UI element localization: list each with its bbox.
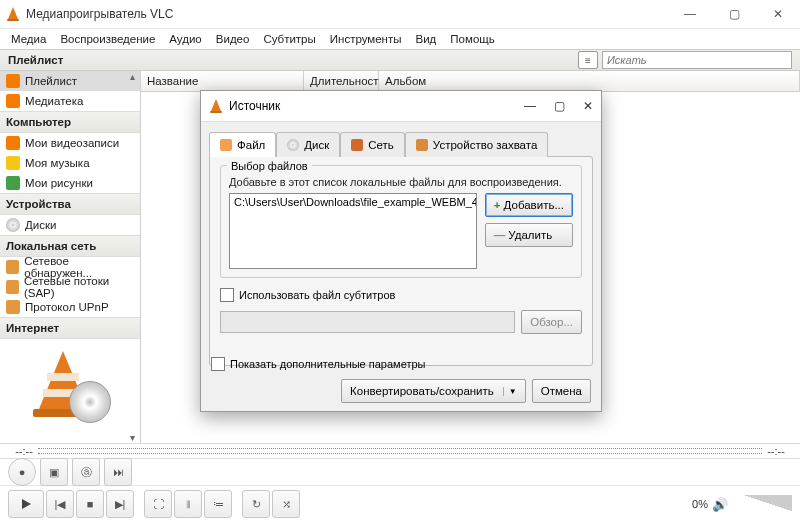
dialog-title: Источник bbox=[229, 99, 280, 113]
playlist-title: Плейлист bbox=[8, 54, 63, 66]
file-group-title: Выбор файлов bbox=[227, 160, 312, 172]
close-button[interactable]: ✕ bbox=[756, 0, 800, 28]
minus-icon: — bbox=[494, 229, 506, 241]
network-icon bbox=[6, 280, 19, 294]
network-icon bbox=[351, 139, 363, 151]
view-toggle-button[interactable]: ≡ bbox=[578, 51, 598, 69]
col-title[interactable]: Название bbox=[141, 71, 304, 91]
prev-button[interactable]: |◀ bbox=[46, 490, 74, 518]
video-icon bbox=[6, 136, 20, 150]
disc-icon bbox=[287, 139, 299, 151]
sidebar-item-sap[interactable]: Сетевые потоки (SAP) bbox=[0, 277, 140, 297]
subtitles-checkbox-row[interactable]: Использовать файл субтитров bbox=[220, 288, 582, 302]
file-icon bbox=[220, 139, 232, 151]
frame-step-button[interactable]: ⏭ bbox=[104, 458, 132, 486]
sidebar-item-my-pictures[interactable]: Мои рисунки bbox=[0, 173, 140, 193]
cancel-button[interactable]: Отмена bbox=[532, 379, 591, 403]
more-options-row[interactable]: Показать дополнительные параметры bbox=[211, 357, 591, 371]
menubar: Медиа Воспроизведение Аудио Видео Субтит… bbox=[0, 29, 800, 49]
sidebar-header-computer: Компьютер bbox=[0, 111, 140, 133]
loop-button[interactable]: ↻ bbox=[242, 490, 270, 518]
mute-icon[interactable]: 🔊 bbox=[712, 497, 728, 512]
tab-file[interactable]: Файл bbox=[209, 132, 276, 157]
more-options-label: Показать дополнительные параметры bbox=[230, 358, 425, 370]
subtitles-checkbox[interactable] bbox=[220, 288, 234, 302]
sidebar-item-network-discovery[interactable]: Сетевое обнаружен... bbox=[0, 257, 140, 277]
vlc-icon bbox=[6, 7, 20, 21]
sidebar-header-internet: Интернет bbox=[0, 317, 140, 339]
sidebar-item-media-library[interactable]: Медиатека bbox=[0, 91, 140, 111]
file-hint: Добавьте в этот список локальные файлы д… bbox=[229, 176, 573, 188]
capture-icon bbox=[416, 139, 428, 151]
dialog-close-button[interactable]: ✕ bbox=[583, 99, 593, 113]
browse-subtitle-button: Обзор... bbox=[521, 310, 582, 334]
menu-playback[interactable]: Воспроизведение bbox=[53, 31, 162, 47]
sidebar-item-my-music[interactable]: Моя музыка bbox=[0, 153, 140, 173]
library-icon bbox=[6, 94, 20, 108]
svg-marker-0 bbox=[22, 499, 31, 509]
convert-save-button[interactable]: Конвертировать/сохранить▼ bbox=[341, 379, 526, 403]
tab-network[interactable]: Сеть bbox=[340, 132, 405, 157]
record-button[interactable]: ● bbox=[8, 458, 36, 486]
playback-controls: |◀ ■ ▶| ⛶ ⫴ ≔ ↻ ⤮ 0% 🔊 bbox=[0, 486, 800, 522]
pictures-icon bbox=[6, 176, 20, 190]
play-button[interactable] bbox=[8, 490, 44, 518]
col-duration[interactable]: Длительность bbox=[304, 71, 379, 91]
sidebar: Плейлист Медиатека Компьютер Мои видеоза… bbox=[0, 71, 141, 443]
fullscreen-button[interactable]: ⛶ bbox=[144, 490, 172, 518]
next-button[interactable]: ▶| bbox=[106, 490, 134, 518]
minimize-button[interactable]: — bbox=[668, 0, 712, 28]
time-elapsed: --:-- bbox=[10, 445, 38, 457]
volume-label: 0% bbox=[692, 498, 708, 510]
playlist-toggle-button[interactable]: ≔ bbox=[204, 490, 232, 518]
window-title: Медиапроигрыватель VLC bbox=[26, 7, 173, 21]
seek-bar[interactable]: --:-- --:-- bbox=[0, 443, 800, 459]
sidebar-item-upnp[interactable]: Протокол UPnP bbox=[0, 297, 140, 317]
more-options-checkbox[interactable] bbox=[211, 357, 225, 371]
dialog-minimize-button[interactable]: — bbox=[524, 99, 536, 113]
snapshot-button[interactable]: ▣ bbox=[40, 458, 68, 486]
media-toolbar: ● ▣ ⓐ ⏭ bbox=[0, 459, 800, 486]
loop-ab-button[interactable]: ⓐ bbox=[72, 458, 100, 486]
menu-subtitles[interactable]: Субтитры bbox=[256, 31, 322, 47]
file-listbox[interactable]: C:\Users\User\Downloads\file_example_WEB… bbox=[229, 193, 477, 269]
menu-video[interactable]: Видео bbox=[209, 31, 257, 47]
subtitle-path-input bbox=[220, 311, 515, 333]
music-icon bbox=[6, 156, 20, 170]
list-header: Название Длительность Альбом bbox=[141, 71, 800, 92]
sidebar-item-discs[interactable]: Диски bbox=[0, 215, 140, 235]
dialog-maximize-button[interactable]: ▢ bbox=[554, 99, 565, 113]
sidebar-scrollbar[interactable]: ▴▾ bbox=[124, 71, 140, 443]
tab-page-file: Выбор файлов Добавьте в этот список лока… bbox=[209, 156, 593, 366]
sidebar-header-local-network: Локальная сеть bbox=[0, 235, 140, 257]
shuffle-button[interactable]: ⤮ bbox=[272, 490, 300, 518]
playlist-icon bbox=[6, 74, 20, 88]
volume-slider[interactable] bbox=[730, 493, 792, 515]
titlebar: Медиапроигрыватель VLC — ▢ ✕ bbox=[0, 0, 800, 29]
menu-audio[interactable]: Аудио bbox=[162, 31, 208, 47]
network-icon bbox=[6, 300, 20, 314]
sidebar-item-playlist[interactable]: Плейлист bbox=[0, 71, 140, 91]
file-list-item[interactable]: C:\Users\User\Downloads\file_example_WEB… bbox=[234, 196, 472, 208]
menu-media[interactable]: Медиа bbox=[4, 31, 53, 47]
menu-help[interactable]: Помощь bbox=[443, 31, 501, 47]
extended-settings-button[interactable]: ⫴ bbox=[174, 490, 202, 518]
maximize-button[interactable]: ▢ bbox=[712, 0, 756, 28]
time-total: --:-- bbox=[762, 445, 790, 457]
menu-view[interactable]: Вид bbox=[409, 31, 444, 47]
playlist-header-bar: Плейлист ≡ bbox=[0, 49, 800, 71]
remove-file-button[interactable]: —Удалить bbox=[485, 223, 573, 247]
vlc-cone-artwork bbox=[27, 351, 113, 423]
file-selection-group: Выбор файлов Добавьте в этот список лока… bbox=[220, 165, 582, 278]
dropdown-arrow-icon[interactable]: ▼ bbox=[503, 387, 517, 396]
sidebar-header-devices: Устройства bbox=[0, 193, 140, 215]
open-media-dialog: Источник — ▢ ✕ Файл Диск Сеть Устройство… bbox=[200, 90, 602, 412]
menu-tools[interactable]: Инструменты bbox=[323, 31, 409, 47]
tab-capture[interactable]: Устройство захвата bbox=[405, 132, 548, 157]
col-album[interactable]: Альбом bbox=[379, 71, 800, 91]
stop-button[interactable]: ■ bbox=[76, 490, 104, 518]
sidebar-item-my-videos[interactable]: Мои видеозаписи bbox=[0, 133, 140, 153]
tab-disc[interactable]: Диск bbox=[276, 132, 340, 157]
add-file-button[interactable]: +Добавить... bbox=[485, 193, 573, 217]
search-input[interactable] bbox=[602, 51, 792, 69]
